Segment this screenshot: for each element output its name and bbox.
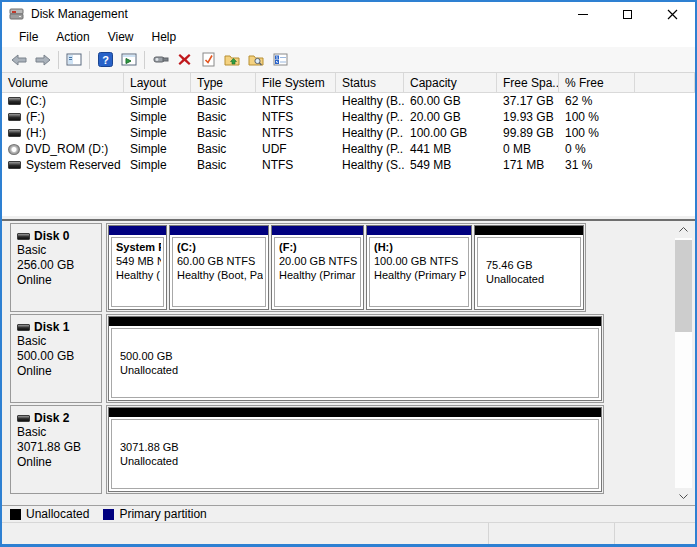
scroll-down-button[interactable]: [675, 488, 692, 505]
region-disk1-unallocated[interactable]: 500.00 GB Unallocated: [108, 316, 602, 401]
volume-row-c[interactable]: (C:) Simple Basic NTFS Healthy (B... 60.…: [2, 93, 695, 109]
menu-help[interactable]: Help: [143, 28, 186, 46]
volume-type: Basic: [191, 110, 256, 124]
column-header-file-system[interactable]: File System: [256, 73, 336, 92]
drive-icon: [8, 129, 21, 137]
help-icon: ?: [98, 52, 113, 67]
volume-layout: Simple: [124, 126, 191, 140]
primary-partition-bar: [272, 226, 363, 235]
region-size: 3071.88 GB: [120, 440, 596, 454]
disk-2-label[interactable]: Disk 2 Basic 3071.88 GB Online: [10, 405, 102, 494]
volume-pct-free: 31 %: [559, 158, 635, 172]
volume-capacity: 100.00 GB: [404, 126, 497, 140]
help-button[interactable]: ?: [93, 49, 117, 71]
column-header-type[interactable]: Type: [191, 73, 256, 92]
volume-pct-free: 0 %: [559, 142, 635, 156]
folder-up-button[interactable]: [220, 49, 244, 71]
primary-partition-bar: [170, 226, 268, 235]
toolbar-separator: [144, 51, 145, 69]
back-icon: [11, 54, 27, 66]
svg-text:?: ?: [102, 54, 109, 66]
vertical-scrollbar[interactable]: [675, 221, 692, 505]
volume-pct-free: 100 %: [559, 126, 635, 140]
forward-icon: [35, 54, 51, 66]
close-icon: [667, 9, 678, 20]
drive-icon: [8, 161, 21, 169]
scrollbar-thumb[interactable]: [675, 240, 692, 332]
volume-pct-free: 62 %: [559, 94, 635, 108]
column-header-capacity[interactable]: Capacity: [404, 73, 497, 92]
region-h[interactable]: (H:) 100.00 GB NTFS Healthy (Primary Pa: [366, 225, 472, 310]
region-status: Healthy (Boot, Pag: [177, 268, 263, 282]
minimize-button[interactable]: [560, 2, 605, 26]
region-disk0-unallocated[interactable]: 75.46 GB Unallocated: [474, 225, 584, 310]
disk-size: 3071.88 GB: [17, 440, 101, 455]
volume-fs: NTFS: [256, 110, 336, 124]
volume-row-dvd[interactable]: DVD_ROM (D:) Simple Basic UDF Healthy (P…: [2, 141, 695, 157]
volume-row-system-reserved[interactable]: System Reserved Simple Basic NTFS Health…: [2, 157, 695, 173]
volume-type: Basic: [191, 94, 256, 108]
volume-free: 19.93 GB: [497, 110, 559, 124]
volume-row-f[interactable]: (F:) Simple Basic NTFS Healthy (P... 20.…: [2, 109, 695, 125]
volume-free: 0 MB: [497, 142, 559, 156]
disk-size: 500.00 GB: [17, 349, 101, 364]
region-name: (H:): [374, 240, 466, 254]
menu-file[interactable]: File: [10, 28, 47, 46]
scroll-up-button[interactable]: [675, 221, 692, 238]
delete-volume-button[interactable]: [172, 49, 196, 71]
disk-status: Online: [17, 273, 101, 288]
disk-0-label[interactable]: Disk 0 Basic 256.00 GB Online: [10, 223, 102, 312]
volume-pct-free: 100 %: [559, 110, 635, 124]
action-pane-button[interactable]: [117, 49, 141, 71]
volume-type: Basic: [191, 126, 256, 140]
volume-capacity: 60.00 GB: [404, 94, 497, 108]
disk-size: 256.00 GB: [17, 258, 101, 273]
maximize-button[interactable]: [605, 2, 650, 26]
properties-button[interactable]: [268, 49, 292, 71]
volume-fs: NTFS: [256, 94, 336, 108]
primary-partition-bar: [367, 226, 471, 235]
scrollbar-track[interactable]: [675, 238, 692, 488]
unallocated-swatch: [10, 509, 21, 520]
region-f[interactable]: (F:) 20.00 GB NTFS Healthy (Primar: [271, 225, 364, 310]
region-disk2-unallocated[interactable]: 3071.88 GB Unallocated: [108, 407, 602, 492]
region-c[interactable]: (C:) 60.00 GB NTFS Healthy (Boot, Pag: [169, 225, 269, 310]
region-size: 75.46 GB: [486, 258, 578, 272]
console-tree-button[interactable]: [62, 49, 86, 71]
disk-icon: [17, 415, 30, 422]
check-document-button[interactable]: [196, 49, 220, 71]
region-status: Healthy (Primar: [279, 268, 358, 282]
volume-fs: NTFS: [256, 126, 336, 140]
region-size: 549 MB N: [116, 254, 161, 268]
disk-1-regions: 500.00 GB Unallocated: [106, 314, 604, 403]
volume-capacity: 441 MB: [404, 142, 497, 156]
column-header-free-space[interactable]: Free Spa...: [497, 73, 559, 92]
volume-name: DVD_ROM (D:): [25, 142, 108, 156]
disk-2-row: Disk 2 Basic 3071.88 GB Online 3071.88 G…: [10, 405, 695, 494]
disk-tool-button[interactable]: [148, 49, 172, 71]
column-header-layout[interactable]: Layout: [124, 73, 191, 92]
close-button[interactable]: [650, 2, 695, 26]
volume-fs: NTFS: [256, 158, 336, 172]
disk-1-label[interactable]: Disk 1 Basic 500.00 GB Online: [10, 314, 102, 403]
region-size: 500.00 GB: [120, 349, 596, 363]
primary-partition-bar: [109, 226, 166, 235]
disk-icon: [17, 233, 30, 240]
menu-action[interactable]: Action: [47, 28, 98, 46]
disk-management-window: Disk Management File Action View Help ?: [0, 0, 697, 547]
forward-button[interactable]: [31, 49, 55, 71]
region-status: Unallocated: [120, 454, 596, 468]
status-pane-main: [2, 523, 489, 544]
volume-layout: Simple: [124, 158, 191, 172]
folder-search-button[interactable]: [244, 49, 268, 71]
menu-bar: File Action View Help: [2, 26, 695, 47]
back-button[interactable]: [7, 49, 31, 71]
volume-row-h[interactable]: (H:) Simple Basic NTFS Healthy (P... 100…: [2, 125, 695, 141]
column-header-volume[interactable]: Volume: [2, 73, 124, 92]
volume-fs: UDF: [256, 142, 336, 156]
volume-status: Healthy (S...: [336, 158, 404, 172]
column-header-status[interactable]: Status: [336, 73, 404, 92]
menu-view[interactable]: View: [99, 28, 143, 46]
column-header-pct-free[interactable]: % Free: [559, 73, 635, 92]
region-system-reserved[interactable]: System R 549 MB N Healthy (: [108, 225, 167, 310]
